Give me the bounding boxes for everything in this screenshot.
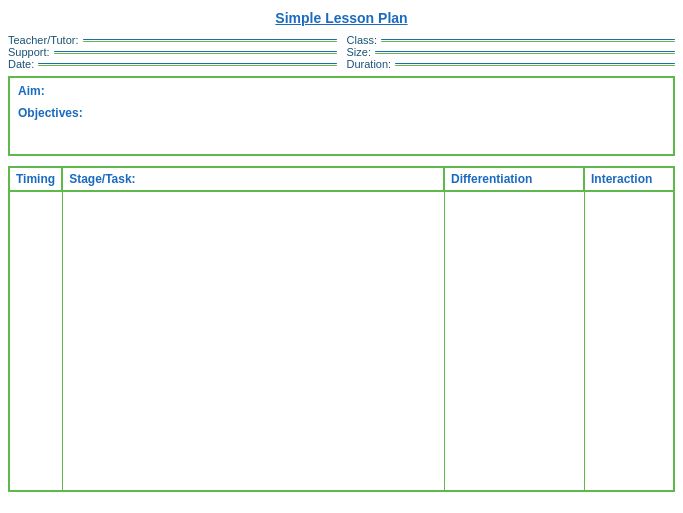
line-blue-3 xyxy=(38,63,336,64)
size-row: Size: xyxy=(347,46,676,58)
diff-cell xyxy=(444,191,584,491)
size-label: Size: xyxy=(347,46,371,58)
teacher-tutor-label: Teacher/Tutor: xyxy=(8,34,79,46)
teacher-tutor-line xyxy=(83,39,337,42)
left-fields: Teacher/Tutor: Support: Date: xyxy=(8,34,337,70)
support-row: Support: xyxy=(8,46,337,58)
line-blue-4 xyxy=(381,39,675,40)
stage-cell xyxy=(62,191,444,491)
support-label: Support: xyxy=(8,46,50,58)
line-blue-2 xyxy=(54,51,337,52)
page-title: Simple Lesson Plan xyxy=(8,10,675,26)
class-row: Class: xyxy=(347,34,676,46)
duration-line xyxy=(395,63,675,66)
date-line xyxy=(38,63,336,66)
right-fields: Class: Size: Duration: xyxy=(347,34,676,70)
line-blue-6 xyxy=(395,63,675,64)
line-green-3 xyxy=(38,65,336,66)
interact-header: Interaction xyxy=(584,167,674,191)
table-header-row: Timing Stage/Task: Differentiation Inter… xyxy=(9,167,674,191)
line-green-4 xyxy=(381,41,675,42)
duration-row: Duration: xyxy=(347,58,676,70)
line-green-5 xyxy=(375,53,675,54)
timing-cell xyxy=(9,191,62,491)
aim-label: Aim: xyxy=(18,84,665,98)
interact-cell xyxy=(584,191,674,491)
line-green-2 xyxy=(54,53,337,54)
table-row xyxy=(9,191,674,491)
line-blue-5 xyxy=(375,51,675,52)
line-green-6 xyxy=(395,65,675,66)
date-row: Date: xyxy=(8,58,337,70)
timing-header: Timing xyxy=(9,167,62,191)
objectives-label: Objectives: xyxy=(18,106,665,120)
info-section: Teacher/Tutor: Support: Date: Class: xyxy=(8,34,675,70)
class-label: Class: xyxy=(347,34,378,46)
lesson-table: Timing Stage/Task: Differentiation Inter… xyxy=(8,166,675,492)
duration-label: Duration: xyxy=(347,58,392,70)
date-label: Date: xyxy=(8,58,34,70)
line-blue-1 xyxy=(83,39,337,40)
class-line xyxy=(381,39,675,42)
size-line xyxy=(375,51,675,54)
teacher-tutor-row: Teacher/Tutor: xyxy=(8,34,337,46)
line-green-1 xyxy=(83,41,337,42)
aim-objectives-box: Aim: Objectives: xyxy=(8,76,675,156)
support-line xyxy=(54,51,337,54)
diff-header: Differentiation xyxy=(444,167,584,191)
stage-header: Stage/Task: xyxy=(62,167,444,191)
